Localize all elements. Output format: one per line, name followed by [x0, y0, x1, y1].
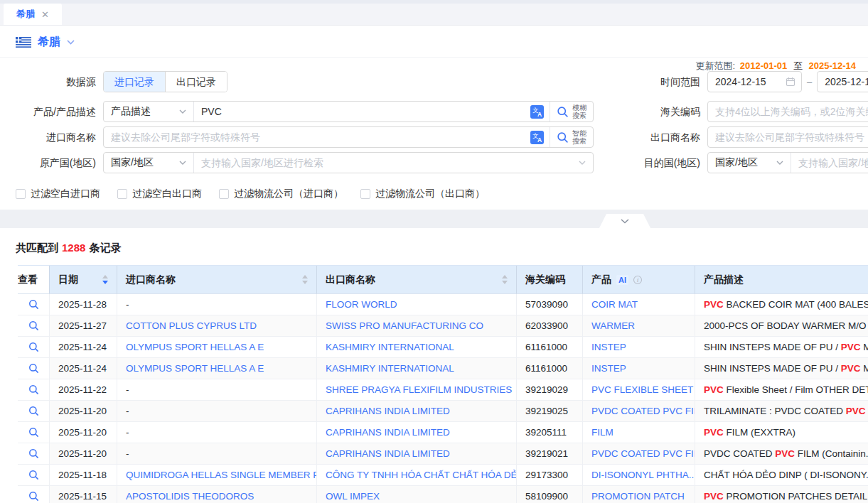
- chevron-down-icon: [621, 219, 629, 224]
- fuzzy-search-button[interactable]: 模糊搜索: [550, 102, 593, 121]
- sort-toggle-icon[interactable]: [302, 275, 308, 284]
- view-record-button[interactable]: [28, 427, 39, 438]
- product-link[interactable]: COIR MAT: [591, 299, 638, 310]
- column-header-exporter[interactable]: 出口商名称: [317, 266, 517, 294]
- importer-link[interactable]: QUIMIDROGA HELLAS SINGLE MEMBER PC: [126, 470, 317, 480]
- cell-description: PVC PROMOTION PATCHES DETAIL ...: [695, 486, 868, 503]
- data-source-export-tab[interactable]: 出口记录: [165, 72, 227, 92]
- filter-checkbox-1[interactable]: 过滤空白出口商: [117, 188, 202, 200]
- column-header-importer[interactable]: 进口商名称: [117, 266, 317, 294]
- importer-input[interactable]: [104, 131, 525, 143]
- date-from-input[interactable]: [707, 71, 802, 92]
- product-link[interactable]: PVC FLEXIBLE SHEET F...: [591, 384, 695, 395]
- checkbox-icon[interactable]: [16, 189, 26, 199]
- exporter-link[interactable]: CAPRIHANS INDIA LIMITED: [326, 448, 450, 459]
- importer-link[interactable]: OLYMPUS SPORT HELLAS A E: [126, 363, 264, 374]
- origin-country-input[interactable]: [194, 157, 579, 168]
- hs-code-input[interactable]: [708, 106, 868, 117]
- view-record-button[interactable]: [28, 299, 39, 310]
- cell-exporter: CAPRIHANS INDIA LIMITED: [317, 401, 517, 422]
- product-link[interactable]: PVDC COATED PVC FIL...: [591, 448, 695, 459]
- close-icon[interactable]: ✕: [41, 10, 49, 19]
- exporter-link[interactable]: KASHMIRY INTERNATIONAL: [326, 363, 454, 374]
- cell-exporter: FLOOR WORLD: [317, 294, 517, 315]
- description-text: FILM (EXXTRA): [724, 427, 795, 438]
- product-label: 产品/产品描述: [0, 101, 96, 122]
- exporter-link[interactable]: KASHMIRY INTERNATIONAL: [326, 342, 454, 352]
- checkbox-icon[interactable]: [117, 189, 127, 199]
- dest-country-input[interactable]: [791, 157, 868, 168]
- importer-link[interactable]: OLYMPUS SPORT HELLAS A E: [126, 342, 264, 352]
- view-record-button[interactable]: [28, 320, 39, 331]
- exporter-link[interactable]: CÔNG TY TNHH HÓA CHẤT CHẤT HÓA DẺ...: [326, 470, 517, 480]
- translate-icon[interactable]: 文 A: [530, 131, 544, 144]
- exporter-link[interactable]: FLOOR WORLD: [326, 299, 397, 310]
- chevron-down-icon: [579, 161, 586, 165]
- view-record-button[interactable]: [28, 470, 39, 480]
- product-link[interactable]: FILM: [591, 427, 614, 438]
- cell-exporter: KASHMIRY INTERNATIONAL: [317, 358, 517, 379]
- exporter-link[interactable]: SWISS PRO MANUFACTURING CO: [326, 320, 483, 331]
- view-record-button[interactable]: [28, 448, 39, 459]
- exporter-link[interactable]: SHREE PRAGYA FLEXIFILM INDUSTRIES: [326, 384, 512, 395]
- cell-product: COIR MAT: [583, 294, 695, 315]
- tab-greece[interactable]: 希腊 ✕: [4, 4, 62, 25]
- cell-view: [18, 379, 50, 401]
- sort-toggle-icon[interactable]: [102, 275, 108, 284]
- date-to-input[interactable]: [817, 71, 868, 92]
- smart-search-button[interactable]: 智能搜索: [550, 127, 593, 147]
- chevron-down-icon[interactable]: [67, 40, 75, 45]
- product-link[interactable]: INSTEP: [591, 342, 626, 352]
- table-row: 2025-11-28-FLOOR WORLD57039090COIR MATPV…: [18, 294, 868, 315]
- column-header-label: 进口商名称: [126, 274, 176, 286]
- importer-search-group: 文 A 智能搜索: [103, 126, 594, 148]
- product-link[interactable]: WARMER: [591, 320, 635, 331]
- data-source-import-tab[interactable]: 进口记录: [104, 72, 165, 92]
- dest-country-select[interactable]: 国家/地区: [708, 153, 791, 173]
- keyword-highlight: PVC: [841, 363, 861, 374]
- view-record-button[interactable]: [28, 384, 39, 395]
- collapse-form-toggle[interactable]: [599, 214, 650, 228]
- date-to-value[interactable]: [823, 75, 868, 88]
- filter-checkbox-0[interactable]: 过滤空白进口商: [16, 188, 100, 200]
- product-link[interactable]: PVDC COATED PVC FIL...: [591, 406, 695, 416]
- cell-hs-code: 58109900: [517, 486, 583, 503]
- exporter-input[interactable]: [708, 131, 868, 143]
- product-type-select[interactable]: 产品描述: [104, 102, 194, 121]
- translate-icon[interactable]: 文 A: [530, 105, 544, 119]
- cell-hs-code: 61161000: [517, 337, 583, 358]
- info-icon[interactable]: i: [633, 275, 643, 285]
- cell-description: PVC Flexible Sheet / Film OTHER DET...: [695, 379, 868, 401]
- column-header-label: 海关编码: [525, 274, 565, 286]
- origin-country-select[interactable]: 国家/地区: [104, 153, 194, 173]
- checkbox-icon[interactable]: [219, 189, 229, 199]
- product-link[interactable]: PROMOTION PATCH: [591, 491, 685, 502]
- exporter-link[interactable]: CAPRIHANS INDIA LIMITED: [326, 406, 450, 416]
- keyword-highlight: PVC: [846, 406, 866, 416]
- column-header-date[interactable]: 日期: [50, 266, 117, 294]
- exporter-link[interactable]: CAPRIHANS INDIA LIMITED: [326, 427, 450, 438]
- magnifier-icon: [28, 470, 39, 480]
- product-link[interactable]: INSTEP: [591, 363, 626, 374]
- date-from-value[interactable]: [714, 75, 781, 88]
- table-row: 2025-11-20-CAPRIHANS INDIA LIMITED392051…: [18, 422, 868, 443]
- search-icon: [557, 131, 569, 144]
- checkbox-icon[interactable]: [360, 189, 370, 199]
- exporter-link[interactable]: OWL IMPEX: [326, 491, 380, 502]
- cell-date: 2025-11-18: [50, 465, 117, 486]
- view-record-button[interactable]: [28, 491, 39, 502]
- table-header-row: 查看日期进口商名称出口商名称海关编码产品AIi产品描述: [18, 265, 868, 294]
- sort-toggle-icon[interactable]: [502, 275, 508, 284]
- filter-checkbox-3[interactable]: 过滤物流公司（出口商）: [360, 188, 485, 200]
- checkbox-label: 过滤物流公司（进口商）: [234, 188, 343, 200]
- product-search-input[interactable]: [194, 106, 525, 117]
- view-record-button[interactable]: [28, 342, 39, 352]
- importer-link[interactable]: COTTON PLUS CYPRUS LTD: [126, 320, 257, 331]
- origin-country-label: 原产国(地区): [0, 152, 96, 173]
- filter-checkbox-2[interactable]: 过滤物流公司（进口商）: [219, 188, 343, 200]
- view-record-button[interactable]: [28, 406, 39, 416]
- product-link[interactable]: DI-ISONONYL PHTHA...: [591, 470, 695, 480]
- view-record-button[interactable]: [28, 363, 39, 374]
- importer-link[interactable]: APOSTOLIDIS THEODOROS: [126, 491, 254, 502]
- dest-country-label: 目的国(地区): [590, 152, 700, 173]
